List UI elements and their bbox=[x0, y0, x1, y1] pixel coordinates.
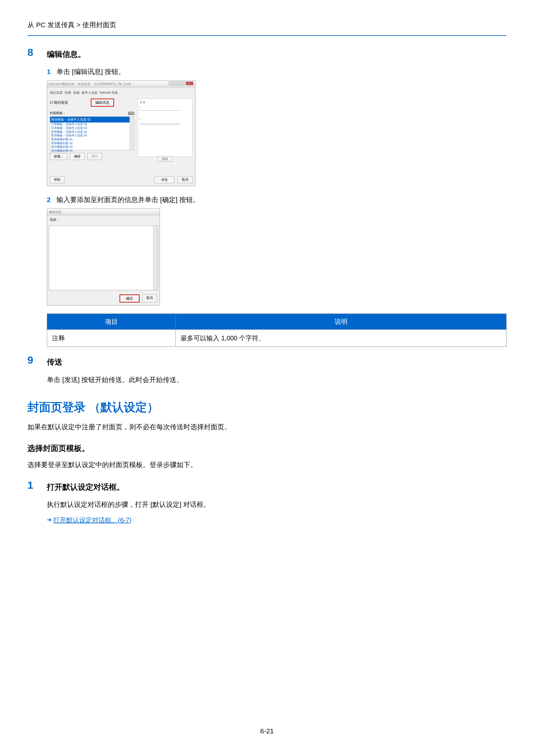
scrollbar[interactable] bbox=[153, 226, 158, 290]
template-item[interactable]: 英语模板－无收件人信息 04 bbox=[50, 130, 134, 134]
cancel-button[interactable]: 取消 bbox=[142, 294, 157, 303]
message-label: 讯息： bbox=[47, 216, 160, 224]
subsection-text: 选择要登录至默认设定中的封面页模板。登录步骤如下。 bbox=[27, 459, 507, 470]
substep-8-1: 1 单击 [编辑讯息] 按钮。 bbox=[47, 66, 507, 77]
step-1: 1 打开默认设定对话框。 执行默认设定对话框的步骤，打开 [默认设定] 对话框。… bbox=[27, 480, 507, 525]
info-table: 项目 说明 注释 最多可以输入 1,000 个字符。 bbox=[47, 313, 507, 347]
help-button[interactable]: 帮助 bbox=[50, 176, 64, 183]
tab-options[interactable]: 选项 bbox=[73, 90, 80, 95]
delete-button: 删除 bbox=[87, 153, 102, 160]
dialog2-screenshot: 编辑讯息 讯息： 确定 取消 bbox=[47, 208, 507, 306]
substep-text: 输入要添加至封面页的信息并单击 [确定] 按钮。 bbox=[57, 194, 507, 205]
substep-8-2: 2 输入要添加至封面页的信息并单击 [确定] 按钮。 bbox=[47, 194, 507, 205]
step-1-title: 打开默认设定对话框。 bbox=[47, 481, 507, 493]
page-number: 6-21 bbox=[260, 726, 274, 737]
maximize-icon[interactable]: □ bbox=[177, 81, 185, 85]
preview-button[interactable]: 预览 bbox=[158, 156, 172, 162]
message-textarea[interactable] bbox=[49, 226, 158, 290]
step-9-text: 单击 [发送] 按钮开始传送。此时会开始传送。 bbox=[47, 374, 507, 385]
template-item[interactable]: 演示模板封面 04 bbox=[50, 149, 134, 153]
divider bbox=[27, 35, 507, 36]
tab-sender[interactable]: 发件人信息 bbox=[81, 90, 98, 95]
dialog-title: Kyocera 网络传真 传送设置 2c13006A0075_O4_2.pdf bbox=[49, 81, 131, 87]
section-text: 如果在默认设定中注册了封面页，则不必在每次传送时选择封面页。 bbox=[27, 421, 507, 432]
section-title: 封面页登录 （默认设定） bbox=[27, 398, 507, 417]
step-9-title: 传送 bbox=[47, 356, 507, 368]
template-label: 封面模板： bbox=[50, 111, 66, 116]
step-number-8: 8 bbox=[27, 47, 47, 347]
minimize-icon[interactable]: ─ bbox=[169, 81, 177, 85]
step-9: 9 传送 单击 [发送] 按钮开始传送。此时会开始传送。 bbox=[27, 355, 507, 385]
table-cell: 最多可以输入 1,000 个字符。 bbox=[176, 330, 507, 347]
preview-panel: 传 真 ━ ━ ━━━━━━━━━━━━━━━━━━━━━━━━━━━━━━━ … bbox=[138, 98, 192, 157]
template-item[interactable]: 英语模板－含收件人信息 05 bbox=[50, 134, 134, 138]
tab-cover[interactable]: 封面 bbox=[64, 90, 71, 95]
template-item[interactable]: 英语模板封面 01 bbox=[50, 138, 134, 142]
edit-button[interactable]: 编辑 bbox=[70, 153, 85, 160]
close-icon[interactable]: × bbox=[186, 81, 193, 85]
tab-internet[interactable]: Internet 传真 bbox=[99, 90, 118, 95]
cover-checkbox[interactable]: ☑ 附封面页 bbox=[50, 100, 68, 106]
step-number-9: 9 bbox=[27, 355, 47, 385]
sort-link[interactable]: 排列 bbox=[128, 111, 134, 116]
substep-number: 2 bbox=[47, 194, 57, 205]
edit-info-button[interactable]: 编辑讯息 bbox=[91, 98, 114, 107]
send-button[interactable]: 传送 bbox=[154, 176, 174, 183]
template-item-selected[interactable]: 英语模板－含收件人信息 01 bbox=[50, 117, 134, 122]
arrow-icon: ➜ bbox=[47, 515, 52, 525]
template-item[interactable]: 日语模板－含收件人信息 02 bbox=[50, 122, 134, 126]
subsection-title: 选择封面页模板。 bbox=[27, 442, 507, 454]
tab-address[interactable]: 地址设置 bbox=[50, 90, 63, 95]
dialog2-title: 编辑讯息 bbox=[49, 209, 62, 215]
table-cell: 注释 bbox=[47, 330, 176, 347]
dialog1-screenshot: Kyocera 网络传真 传送设置 2c13006A0075_O4_2.pdf … bbox=[47, 80, 507, 186]
table-header-desc: 说明 bbox=[176, 314, 507, 330]
template-item[interactable]: 英语模板封面 02 bbox=[50, 142, 134, 146]
breadcrumb: 从 PC 发送传真 > 使用封面页 bbox=[27, 19, 507, 30]
table-header-item: 项目 bbox=[47, 314, 176, 330]
tab-bar: 地址设置 封面 选项 发件人信息 Internet 传真 bbox=[50, 90, 192, 95]
table-row: 注释 最多可以输入 1,000 个字符。 bbox=[47, 330, 507, 347]
template-listbox[interactable]: 英语模板－含收件人信息 01 日语模板－含收件人信息 02 日语模板－无收件人信… bbox=[50, 116, 134, 150]
cross-reference-link[interactable]: 打开默认设定对话框。(6-7) bbox=[53, 515, 132, 525]
substep-number: 1 bbox=[47, 66, 57, 77]
step-8-title: 编辑信息。 bbox=[47, 48, 507, 61]
step-8: 8 编辑信息。 1 单击 [编辑讯息] 按钮。 Kyocera 网络传真 传送设… bbox=[27, 47, 507, 347]
ok-button[interactable]: 确定 bbox=[119, 294, 140, 303]
new-button[interactable]: 新建... bbox=[50, 153, 67, 160]
cancel-button[interactable]: 取消 bbox=[178, 176, 192, 183]
step-1-text: 执行默认设定对话框的步骤，打开 [默认设定] 对话框。 bbox=[47, 499, 507, 510]
template-item[interactable]: 日语模板－无收件人信息 03 bbox=[50, 126, 134, 130]
step-number-1: 1 bbox=[27, 480, 47, 525]
template-item[interactable]: 演示模板封面 03 bbox=[50, 145, 134, 149]
scrollbar[interactable] bbox=[130, 117, 134, 150]
substep-text: 单击 [编辑讯息] 按钮。 bbox=[57, 66, 507, 77]
